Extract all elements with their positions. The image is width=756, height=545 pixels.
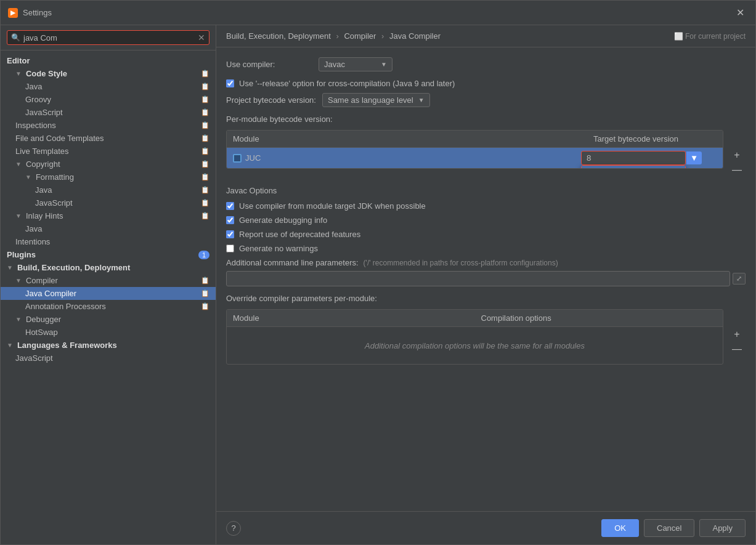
override-label: Override compiler parameters per-module:: [226, 294, 746, 303]
copy-icon-inlay-hints: 📋: [201, 212, 209, 220]
breadcrumb: Build, Execution, Deployment › Compiler …: [216, 25, 755, 47]
cmd-params-area: Additional command line parameters: ('/'…: [226, 258, 746, 286]
project-bytecode-row: Project bytecode version: Same as langua…: [226, 93, 746, 107]
sidebar-item-copyright-js[interactable]: JavaScript 📋: [1, 196, 216, 209]
copy-icon-formatting: 📋: [201, 173, 209, 181]
checkbox-deprecated[interactable]: [226, 230, 234, 238]
sidebar-item-live-templates[interactable]: Live Templates 📋: [1, 145, 216, 158]
release-option-checkbox[interactable]: [226, 79, 234, 87]
remove-override-button[interactable]: —: [728, 342, 746, 356]
bottom-bar: ? OK Cancel Apply: [216, 511, 755, 544]
copy-icon-copyright: 📋: [201, 160, 209, 168]
sidebar-item-formatting[interactable]: ▼ Formatting 📋: [1, 171, 216, 184]
sidebar-item-editor[interactable]: Editor: [1, 54, 216, 67]
cancel-button[interactable]: Cancel: [644, 519, 694, 537]
checkbox-use-compiler[interactable]: [226, 202, 234, 210]
sidebar-item-groovy[interactable]: Groovy 📋: [1, 93, 216, 106]
help-button[interactable]: ?: [226, 521, 241, 536]
sidebar-item-build-execution[interactable]: ▼ Build, Execution, Deployment: [1, 261, 216, 274]
sidebar-item-java-compiler[interactable]: Java Compiler 📋: [1, 287, 216, 300]
sidebar-item-javascript-cs[interactable]: JavaScript 📋: [1, 106, 216, 119]
sidebar-item-hotswap[interactable]: HotSwap: [1, 326, 216, 339]
table-action-buttons: + —: [728, 130, 746, 177]
version-dropdown-button[interactable]: ▼: [686, 151, 702, 164]
breadcrumb-build: Build, Execution, Deployment: [226, 31, 331, 41]
sidebar-item-file-code-templates[interactable]: File and Code Templates 📋: [1, 132, 216, 145]
sidebar-item-code-style[interactable]: ▼ Code Style 📋: [1, 67, 216, 80]
inlay-java-label: Java: [25, 224, 42, 233]
inlay-hints-label: Inlay Hints: [26, 211, 63, 220]
remove-module-button[interactable]: —: [728, 163, 746, 177]
sidebar-item-compiler[interactable]: ▼ Compiler 📋: [1, 274, 216, 287]
sidebar-item-debugger[interactable]: ▼ Debugger: [1, 313, 216, 326]
close-button[interactable]: ✕: [733, 6, 748, 20]
checkbox-debug-info[interactable]: [226, 216, 234, 224]
debugger-label: Debugger: [26, 315, 61, 324]
override-table-area: Module Compilation options Additional co…: [226, 309, 746, 365]
compiler-dropdown[interactable]: Javac ▼: [319, 57, 392, 71]
cmd-params-input[interactable]: [226, 271, 730, 286]
project-bytecode-value: Same as language level: [328, 95, 413, 105]
right-panel: Build, Execution, Deployment › Compiler …: [216, 25, 755, 544]
copy-icon-java: 📋: [201, 83, 209, 91]
sidebar-item-annotation-processors[interactable]: Annotation Processors 📋: [1, 300, 216, 313]
table-row-juc[interactable]: JUC ▼ 8 7 6: [227, 148, 723, 168]
sidebar-item-inlay-hints[interactable]: ▼ Inlay Hints 📋: [1, 209, 216, 222]
plugins-label: Plugins: [7, 250, 36, 259]
override-empty-label: Additional compilation options will be t…: [365, 341, 585, 350]
add-override-button[interactable]: +: [728, 328, 746, 341]
cmd-params-header: Additional command line parameters: ('/'…: [226, 258, 746, 267]
copy-icon-inspections: 📋: [201, 121, 209, 129]
sidebar-item-copyright[interactable]: ▼ Copyright 📋: [1, 158, 216, 171]
copy-icon-fct: 📋: [201, 134, 209, 142]
code-style-label: Code Style: [26, 69, 67, 78]
javac-options-title: Javac Options: [226, 186, 746, 195]
title-bar: ▶ Settings ✕: [1, 1, 755, 25]
override-options-header: Compilation options: [475, 310, 723, 326]
search-input[interactable]: [23, 33, 198, 42]
per-module-label: Per-module bytecode version:: [226, 115, 746, 124]
breadcrumb-sep1: ›: [336, 31, 341, 41]
java-compiler-label: Java Compiler: [25, 289, 76, 298]
breadcrumb-java-compiler: Java Compiler: [389, 31, 441, 41]
search-input-wrap: 🔍 ✕: [7, 30, 209, 45]
sidebar-item-inspections[interactable]: Inspections 📋: [1, 119, 216, 132]
version-input[interactable]: [581, 151, 686, 165]
version-option-8[interactable]: 8: [582, 166, 685, 169]
copy-icon-copyright-java: 📋: [201, 186, 209, 194]
clear-search-icon[interactable]: ✕: [198, 33, 205, 42]
sidebar-item-inlay-java[interactable]: Java: [1, 222, 216, 235]
override-table-header: Module Compilation options: [227, 310, 723, 327]
sidebar-item-languages-frameworks[interactable]: ▼ Languages & Frameworks: [1, 339, 216, 352]
ok-button[interactable]: OK: [601, 519, 639, 537]
override-table-container: Module Compilation options Additional co…: [226, 309, 723, 365]
use-compiler-label: Use compiler:: [226, 60, 312, 69]
sidebar-item-copyright-java[interactable]: Java 📋: [1, 184, 216, 196]
arrow-inlay-hints: ▼: [15, 212, 22, 219]
arrow-code-style: ▼: [15, 70, 22, 77]
module-table-area: Module Target bytecode version JUC: [226, 130, 746, 177]
inspections-label: Inspections: [15, 121, 56, 130]
checkbox-no-warnings[interactable]: [226, 244, 234, 252]
target-col-header: Target bytecode version: [587, 131, 723, 147]
breadcrumb-path: Build, Execution, Deployment › Compiler …: [226, 31, 441, 41]
build-execution-label: Build, Execution, Deployment: [17, 263, 130, 272]
apply-button[interactable]: Apply: [699, 519, 746, 537]
sidebar-item-java[interactable]: Java 📋: [1, 80, 216, 93]
sidebar-item-plugins[interactable]: Plugins 1: [1, 248, 216, 261]
javascript-cs-label: JavaScript: [25, 108, 63, 117]
project-bytecode-dropdown[interactable]: Same as language level ▼: [322, 93, 430, 107]
checkbox-deprecated-label: Report use of deprecated features: [239, 230, 360, 239]
release-option-label: Use '--release' option for cross-compila…: [239, 79, 455, 88]
arrow-copyright: ▼: [15, 161, 22, 168]
override-action-buttons: + —: [728, 309, 746, 365]
expand-params-button[interactable]: ⤢: [733, 273, 746, 285]
project-bytecode-dropdown-arrow: ▼: [418, 97, 425, 103]
sidebar-item-lf-javascript[interactable]: JavaScript: [1, 352, 216, 365]
intentions-label: Intentions: [15, 237, 50, 246]
sidebar-item-intentions[interactable]: Intentions: [1, 235, 216, 248]
copy-icon-js-cs: 📋: [201, 108, 209, 116]
app-icon: ▶: [8, 8, 18, 18]
add-module-button[interactable]: +: [728, 148, 746, 162]
checkbox-row-4: Generate no warnings: [226, 244, 746, 253]
